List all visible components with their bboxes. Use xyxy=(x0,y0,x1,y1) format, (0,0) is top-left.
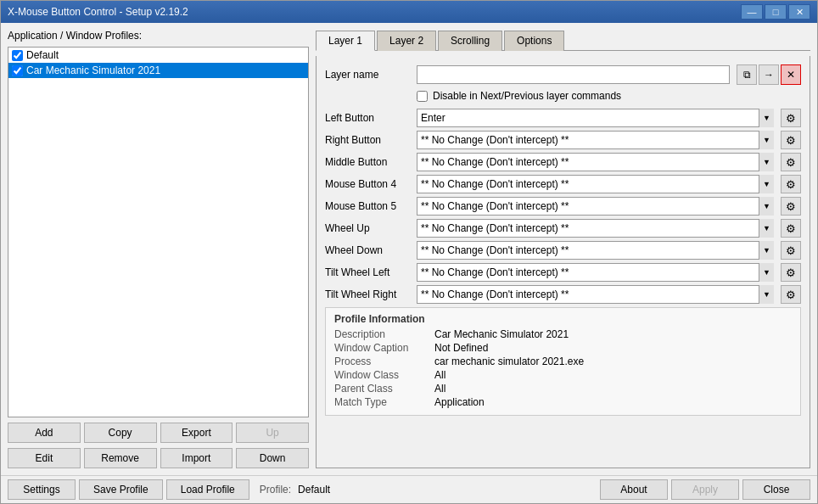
profile-label-car-mechanic: Car Mechanic Simulator 2021 xyxy=(26,64,160,76)
wheel-down-label: Wheel Down xyxy=(325,244,410,256)
arrow-layer-button[interactable]: → xyxy=(759,64,779,85)
mouse5-gear[interactable]: ⚙ xyxy=(781,197,801,216)
profile-info-title: Profile Information xyxy=(334,313,792,325)
profile-buttons-row1: Add Copy Export Up xyxy=(8,423,309,443)
tab-scrolling[interactable]: Scrolling xyxy=(438,31,502,51)
mouse4-row: Mouse Button 4 ** No Change (Don't inter… xyxy=(325,175,801,193)
right-button-gear[interactable]: ⚙ xyxy=(781,131,801,149)
tilt-left-row: Tilt Wheel Left ** No Change (Don't inte… xyxy=(325,263,801,282)
info-value-description: Car Mechanic Simulator 2021 xyxy=(434,328,569,340)
left-button-select[interactable]: Enter ** No Change (Don't intercept) ** xyxy=(417,109,774,127)
remove-button[interactable]: Remove xyxy=(84,448,157,468)
load-profile-button[interactable]: Load Profile xyxy=(166,479,249,500)
settings-button[interactable]: Settings xyxy=(8,479,76,500)
info-label-match-type: Match Type xyxy=(334,396,428,408)
tilt-left-select[interactable]: ** No Change (Don't intercept) ** xyxy=(417,263,774,282)
layer-name-input[interactable] xyxy=(417,65,730,84)
minimize-button[interactable]: — xyxy=(741,4,763,20)
maximize-button[interactable]: □ xyxy=(765,4,787,20)
info-row-match-type: Match Type Application xyxy=(334,396,792,408)
tilt-right-label: Tilt Wheel Right xyxy=(325,288,410,300)
wheel-up-row: Wheel Up ** No Change (Don't intercept) … xyxy=(325,219,801,238)
tilt-left-select-wrapper: ** No Change (Don't intercept) ** ▼ xyxy=(417,263,774,282)
copy-button[interactable]: Copy xyxy=(84,423,157,443)
mouse5-row: Mouse Button 5 ** No Change (Don't inter… xyxy=(325,197,801,216)
tab-layer2[interactable]: Layer 2 xyxy=(377,31,436,51)
info-row-description: Description Car Mechanic Simulator 2021 xyxy=(334,328,792,340)
wheel-down-row: Wheel Down ** No Change (Don't intercept… xyxy=(325,241,801,260)
about-button[interactable]: About xyxy=(600,479,668,500)
profiles-label: Application / Window Profiles: xyxy=(8,30,309,42)
middle-button-gear[interactable]: ⚙ xyxy=(781,153,801,171)
export-button[interactable]: Export xyxy=(160,423,233,443)
profile-checkbox-default[interactable] xyxy=(12,50,23,61)
right-panel: Layer 1 Layer 2 Scrolling Options Layer … xyxy=(316,30,810,468)
main-window: X-Mouse Button Control - Setup v2.19.2 —… xyxy=(0,0,818,504)
info-value-window-class: All xyxy=(434,369,445,381)
middle-button-row: Middle Button ** No Change (Don't interc… xyxy=(325,153,801,171)
copy-layer-button[interactable]: ⧉ xyxy=(737,64,757,85)
main-content: Application / Window Profiles: Default C… xyxy=(1,23,817,475)
info-label-description: Description xyxy=(334,328,428,340)
info-label-window-class: Window Class xyxy=(334,369,428,381)
tilt-right-gear[interactable]: ⚙ xyxy=(781,285,801,304)
wheel-down-gear[interactable]: ⚙ xyxy=(781,241,801,260)
mouse4-label: Mouse Button 4 xyxy=(325,178,410,190)
wheel-down-select-wrapper: ** No Change (Don't intercept) ** ▼ xyxy=(417,241,774,260)
right-button-select-wrapper: ** No Change (Don't intercept) ** ▼ xyxy=(417,131,774,149)
disable-checkbox-row: Disable in Next/Previous layer commands xyxy=(325,90,801,102)
profile-list[interactable]: Default Car Mechanic Simulator 2021 xyxy=(8,47,309,417)
profile-item-car-mechanic[interactable]: Car Mechanic Simulator 2021 xyxy=(8,63,308,78)
disable-checkbox[interactable] xyxy=(417,91,428,102)
left-button-label: Left Button xyxy=(325,112,410,124)
tab-content: Layer name ⧉ → ✕ Disable in Next/Previou… xyxy=(316,56,810,468)
tab-options[interactable]: Options xyxy=(504,31,564,51)
edit-button[interactable]: Edit xyxy=(8,448,81,468)
wheel-up-label: Wheel Up xyxy=(325,222,410,234)
mouse4-select[interactable]: ** No Change (Don't intercept) ** xyxy=(417,175,774,193)
import-button[interactable]: Import xyxy=(160,448,233,468)
info-label-caption: Window Caption xyxy=(334,342,428,354)
info-value-caption: Not Defined xyxy=(434,342,488,354)
layer-name-row: Layer name ⧉ → ✕ xyxy=(325,64,801,85)
middle-button-label: Middle Button xyxy=(325,156,410,168)
disable-checkbox-label: Disable in Next/Previous layer commands xyxy=(433,90,621,102)
title-bar: X-Mouse Button Control - Setup v2.19.2 —… xyxy=(1,1,817,23)
info-value-process: car mechanic simulator 2021.exe xyxy=(434,356,584,367)
profile-information: Profile Information Description Car Mech… xyxy=(325,307,801,416)
tilt-left-gear[interactable]: ⚙ xyxy=(781,263,801,282)
layer-name-icons: ⧉ → ✕ xyxy=(737,64,801,85)
info-row-process: Process car mechanic simulator 2021.exe xyxy=(334,356,792,367)
tilt-right-select[interactable]: ** No Change (Don't intercept) ** xyxy=(417,285,774,304)
right-button-row: Right Button ** No Change (Don't interce… xyxy=(325,131,801,149)
add-button[interactable]: Add xyxy=(8,423,81,443)
mouse5-label: Mouse Button 5 xyxy=(325,200,410,212)
profile-display: Profile: Default xyxy=(260,484,597,496)
wheel-up-gear[interactable]: ⚙ xyxy=(781,219,801,238)
up-button[interactable]: Up xyxy=(236,423,309,443)
wheel-up-select[interactable]: ** No Change (Don't intercept) ** xyxy=(417,219,774,238)
mouse5-select-wrapper: ** No Change (Don't intercept) ** ▼ xyxy=(417,197,774,216)
middle-button-select-wrapper: ** No Change (Don't intercept) ** ▼ xyxy=(417,153,774,171)
save-profile-button[interactable]: Save Profile xyxy=(79,479,163,500)
delete-layer-button[interactable]: ✕ xyxy=(781,64,801,85)
tabs: Layer 1 Layer 2 Scrolling Options xyxy=(316,30,810,51)
down-button[interactable]: Down xyxy=(236,448,309,468)
info-row-parent-class: Parent Class All xyxy=(334,383,792,395)
close-window-button[interactable]: ✕ xyxy=(788,4,810,20)
right-button-select[interactable]: ** No Change (Don't intercept) ** xyxy=(417,131,774,149)
profile-checkbox-car-mechanic[interactable] xyxy=(12,65,23,76)
wheel-up-select-wrapper: ** No Change (Don't intercept) ** ▼ xyxy=(417,219,774,238)
close-button[interactable]: Close xyxy=(742,479,810,500)
mouse5-select[interactable]: ** No Change (Don't intercept) ** xyxy=(417,197,774,216)
left-button-gear[interactable]: ⚙ xyxy=(781,109,801,127)
profile-item-default[interactable]: Default xyxy=(8,48,308,63)
tab-layer1[interactable]: Layer 1 xyxy=(316,31,375,51)
wheel-down-select[interactable]: ** No Change (Don't intercept) ** xyxy=(417,241,774,260)
profile-display-label: Profile: xyxy=(260,484,291,496)
apply-button[interactable]: Apply xyxy=(671,479,739,500)
middle-button-select[interactable]: ** No Change (Don't intercept) ** xyxy=(417,153,774,171)
left-button-select-wrapper: Enter ** No Change (Don't intercept) ** … xyxy=(417,109,774,127)
mouse4-gear[interactable]: ⚙ xyxy=(781,175,801,193)
info-row-caption: Window Caption Not Defined xyxy=(334,342,792,354)
